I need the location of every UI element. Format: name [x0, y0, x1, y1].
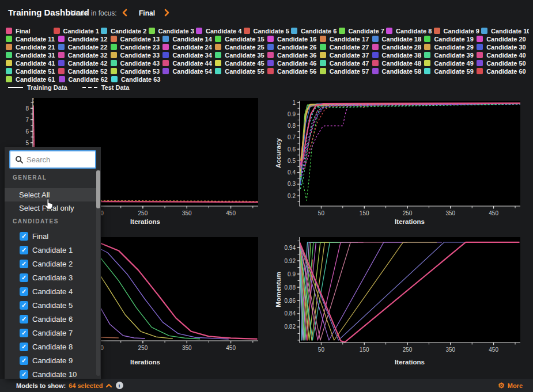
candidate-checkbox-row[interactable]: ✓Candidate 7 [5, 326, 96, 340]
checkbox-checked[interactable]: ✓ [20, 301, 28, 310]
checkbox-checked[interactable]: ✓ [20, 342, 28, 351]
legend-item: Candidate 26 [267, 43, 320, 51]
svg-text:0.5: 0.5 [288, 158, 296, 164]
svg-text:Momentum: Momentum [275, 272, 282, 307]
checkbox-label: Candidate 2 [32, 260, 73, 268]
checkbox-label: Final [32, 232, 48, 241]
candidate-checkbox-list: ✓Final✓Candidate 1✓Candidate 2✓Candidate… [5, 229, 96, 381]
legend-item: Candidate 32 [58, 51, 111, 59]
legend-label: Candidate 56 [277, 68, 316, 75]
svg-text:5: 5 [25, 140, 29, 146]
legend-label: Candidate 27 [330, 44, 369, 51]
candidate-checkbox-row[interactable]: ✓Candidate 3 [5, 271, 96, 284]
legend-item: Candidate 21 [6, 43, 58, 51]
info-icon[interactable]: i [116, 382, 123, 389]
svg-text:0.6: 0.6 [288, 146, 296, 153]
legend-item: Candidate 56 [267, 67, 320, 75]
svg-text:350: 350 [445, 347, 455, 353]
search-input[interactable] [27, 155, 90, 164]
legend-swatch [111, 52, 117, 58]
candidate-checkbox-row[interactable]: ✓Candidate 1 [5, 243, 96, 257]
general-section-title: GENERAL [13, 174, 47, 181]
candidate-checkbox-row[interactable]: ✓Candidate 4 [5, 284, 96, 298]
search-box[interactable] [9, 150, 96, 169]
checkbox-checked[interactable]: ✓ [20, 232, 28, 241]
dropdown-scrollbar-thumb[interactable] [96, 170, 100, 208]
svg-text:450: 450 [226, 345, 236, 351]
legend-label: Candidate 33 [120, 52, 160, 59]
svg-text:0.84: 0.84 [285, 310, 296, 317]
legend-label: Candidate 9 [444, 28, 479, 35]
checkbox-checked[interactable]: ✓ [20, 370, 28, 379]
legend-item: Candidate 37 [320, 51, 372, 59]
legend-label: Candidate 53 [120, 68, 160, 75]
checkbox-checked[interactable]: ✓ [20, 356, 28, 365]
legend-swatch [477, 52, 483, 58]
legend-item: Candidate 23 [111, 43, 163, 51]
candidate-checkbox-row[interactable]: ✓Candidate 8 [5, 340, 96, 353]
candidate-checkbox-row[interactable]: ✓Candidate 10 [5, 367, 96, 381]
legend-swatch [6, 36, 12, 42]
candidate-checkbox-row[interactable]: ✓Candidate 5 [5, 298, 96, 312]
legend-item: Candidate 63 [111, 75, 164, 83]
candidate-checkbox-row[interactable]: ✓Candidate 9 [5, 353, 96, 367]
legend-swatch [162, 68, 169, 74]
models-to-show-control[interactable]: Models to show: 64 selected i [16, 382, 123, 389]
checkbox-checked[interactable]: ✓ [20, 329, 28, 337]
svg-text:1: 1 [292, 100, 296, 106]
legend-swatch [372, 44, 379, 50]
legend-item: Candidate 40 [477, 51, 529, 59]
more-button[interactable]: ⚙ More [498, 381, 523, 390]
test-data-label: Test Data [101, 84, 130, 91]
legend-label: Candidate 61 [16, 76, 55, 83]
legend-swatch [6, 44, 12, 50]
legend-label: Candidate 28 [382, 44, 421, 51]
checkbox-label: Candidate 3 [32, 273, 73, 282]
legend-label: Candidate 11 [16, 36, 55, 43]
legend-swatch [477, 36, 483, 42]
training-data-label: Training Data [27, 84, 67, 91]
chevron-right-icon[interactable] [162, 9, 171, 17]
legend-swatch [58, 44, 65, 50]
legend-swatch [162, 44, 169, 50]
legend-item: Candidate 44 [162, 59, 215, 67]
legend-swatch [6, 60, 12, 66]
candidate-checkbox-row[interactable]: ✓Final [5, 229, 96, 243]
candidates-section-title: CANDIDATES [13, 218, 59, 224]
legend-label: Candidate 38 [382, 52, 421, 59]
legend-item: Candidate 14 [162, 35, 215, 43]
legend-item: Candidate 57 [320, 67, 372, 75]
legend-item: Candidate 51 [6, 67, 58, 75]
svg-text:450: 450 [489, 347, 498, 353]
legend-label: Candidate 19 [434, 36, 473, 43]
svg-text:Iterations: Iterations [395, 359, 425, 366]
legend-swatch [267, 52, 274, 58]
checkbox-checked[interactable]: ✓ [20, 273, 28, 282]
checkbox-checked[interactable]: ✓ [20, 315, 28, 324]
legend-item: Candidate 8 [386, 27, 434, 35]
candidate-checkbox-row[interactable]: ✓Candidate 2 [5, 257, 96, 271]
legend-label: Candidate 12 [68, 36, 107, 43]
chevron-left-icon[interactable] [121, 9, 129, 17]
legend-swatch [196, 28, 202, 34]
legend-label: Candidate 15 [225, 36, 264, 43]
legend-label: Final [16, 28, 31, 35]
legend-label: Candidate 29 [434, 44, 473, 51]
legend-swatch [215, 68, 221, 74]
legend-item: Candidate 48 [372, 59, 425, 67]
legend-swatch [372, 52, 379, 58]
legend-item: Candidate 2 [101, 27, 149, 35]
checkbox-checked[interactable]: ✓ [20, 260, 28, 268]
svg-text:350: 350 [182, 210, 192, 216]
chevron-up-icon[interactable] [105, 383, 112, 389]
checkbox-checked[interactable]: ✓ [20, 246, 28, 254]
search-icon [15, 155, 24, 164]
svg-text:Iterations: Iterations [130, 359, 160, 366]
legend-swatch [372, 36, 379, 42]
candidate-checkbox-row[interactable]: ✓Candidate 6 [5, 312, 96, 326]
legend-swatch [6, 68, 12, 74]
legend-item: Candidate 4 [196, 27, 244, 35]
checkbox-checked[interactable]: ✓ [20, 287, 28, 296]
svg-text:250: 250 [138, 210, 148, 216]
legend-label: Candidate 51 [16, 68, 55, 75]
